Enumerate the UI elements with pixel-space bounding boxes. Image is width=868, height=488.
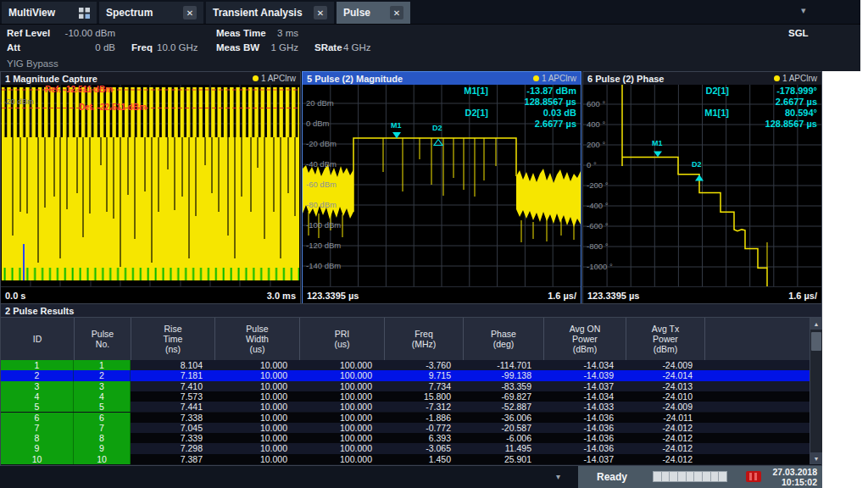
table-title[interactable]: 2 Pulse Results: [1, 304, 821, 318]
tab-overflow-caret-icon[interactable]: ▾: [801, 5, 806, 16]
table-cell: 7: [74, 423, 131, 433]
table-row[interactable]: 887.33910.000100.0006.393-6.006-14.036-2…: [1, 433, 810, 443]
pulse-results-window: 2 Pulse Results IDPulseNo.RiseTime(ns)Pu…: [0, 303, 822, 466]
tab-multiview[interactable]: MultiView: [2, 2, 97, 24]
table-row[interactable]: 337.41010.000100.0007.734-83.359-14.037-…: [1, 381, 810, 391]
marker-m1-label[interactable]: M1: [391, 121, 402, 130]
table-row[interactable]: 667.33810.000100.000-1.886-36.006-14.036…: [1, 413, 810, 423]
pulse-phase-plot[interactable]: 600 °400 °200 °0 °-200 °-400 °-600 °-800…: [583, 85, 821, 286]
table-cell: 7.573: [131, 391, 214, 402]
window-pulse-phase-titlebar[interactable]: 6 Pulse (2) Phase 1 APClrw: [583, 72, 821, 85]
table-row[interactable]: 777.04510.000100.000-0.772-20.587-14.036…: [1, 423, 810, 433]
table-cell: -14.033: [543, 402, 626, 412]
status-dropdown-caret-icon[interactable]: ▾: [556, 472, 560, 481]
table-cell: 6: [74, 413, 131, 423]
magnitude-capture-plot[interactable]: Ref. -12.511 dBm Det. -22.511 dBm -20 dB…: [1, 85, 300, 286]
table-scrollbar[interactable]: ▲ ▼: [810, 318, 822, 464]
table-cell: -24.011: [626, 413, 704, 423]
table-row[interactable]: 997.29810.000100.000-3.06511.495-14.036-…: [1, 443, 810, 453]
table-cell: -24.013: [626, 381, 704, 391]
table-cell: 100.000: [299, 433, 384, 443]
table-cell: 10: [74, 454, 131, 464]
table-cell: 100.000: [299, 443, 384, 453]
freq-value[interactable]: 10.0 GHz: [157, 42, 198, 53]
table-body: 118.10410.000100.000-3.760-114.701-14.03…: [1, 360, 810, 464]
att-value[interactable]: 0 dB: [51, 42, 115, 53]
table-row[interactable]: 447.57310.000100.00015.800-69.827-14.034…: [1, 391, 810, 402]
table-cell: 7.441: [131, 402, 214, 412]
trace-tag: 1 APClrw: [253, 74, 296, 83]
tab-pulse[interactable]: Pulse ✕: [337, 2, 410, 24]
close-icon[interactable]: ✕: [183, 6, 197, 19]
table-cell: 7.734: [384, 381, 463, 391]
table-cell: -24.012: [626, 433, 704, 443]
tab-bar: MultiView Spectrum ✕ Transient Analysis …: [0, 0, 860, 24]
instrument-screen: MultiView Spectrum ✕ Transient Analysis …: [0, 0, 868, 488]
multiview-grid-icon: [79, 8, 90, 19]
marker-readout: M1[1]-13.87 dBm 128.8567 µs D2[1]0.03 dB…: [456, 86, 576, 130]
table-row[interactable]: 10107.38710.000100.0001.45025.901-14.037…: [1, 454, 810, 464]
ref-level-label: Ref Level: [7, 28, 50, 38]
table-row[interactable]: 118.10410.000100.000-3.760-114.701-14.03…: [1, 360, 810, 370]
marker-d2-label[interactable]: D2: [432, 124, 442, 132]
table-cell: 2: [74, 370, 131, 380]
trace-label: 1 APClrw: [542, 74, 576, 83]
meas-time-value[interactable]: 3 ms: [250, 28, 298, 38]
x-axis-scale: 1.6 µs/: [788, 291, 817, 301]
marker-name: D2[1]: [697, 86, 729, 97]
freq-label: Freq: [131, 42, 153, 53]
table-row[interactable]: 557.44110.000100.000-7.312-52.887-14.033…: [1, 402, 810, 412]
scrollbar-thumb[interactable]: [811, 332, 821, 351]
tab-multiview-label: MultiView: [8, 7, 55, 19]
table-cell: -36.006: [463, 413, 543, 423]
table-cell: -14.034: [543, 360, 626, 370]
table-cell: 100.000: [299, 360, 384, 370]
table-cell: 100.000: [299, 381, 384, 391]
table-cell: 5: [74, 402, 131, 412]
table-cell: -20.587: [463, 423, 543, 433]
att-label: Att: [7, 42, 20, 53]
channel-bar: Ref Level -10.00 dBm Meas Time 3 ms SGL …: [0, 24, 860, 71]
marker-value: 128.8567 µs: [743, 119, 817, 130]
pulse-magnitude-plot[interactable]: 20 dBm0 dBm-20 dBm-40 dBm-60 dBm-80 dBm-…: [303, 85, 581, 286]
window-title: 6 Pulse (2) Phase: [587, 74, 665, 84]
table-cell: 5: [1, 402, 74, 412]
table-cell: -14.034: [543, 391, 626, 402]
table-cell: 7.045: [131, 423, 214, 433]
srate-value[interactable]: 4 GHz: [343, 42, 371, 53]
ref-level-value[interactable]: -10.00 dBm: [51, 28, 115, 38]
window-pulse-magnitude: 5 Pulse (2) Magnitude 1 APClrw: [302, 71, 581, 303]
marker-d2-label[interactable]: D2: [692, 160, 702, 169]
scroll-down-icon[interactable]: ▼: [810, 452, 822, 464]
tab-spectrum[interactable]: Spectrum ✕: [99, 2, 203, 24]
x-axis-bar: 123.3395 µs 1.6 µs/: [583, 286, 821, 303]
status-bar-left-panel: ▾: [0, 466, 578, 488]
status-bar: ▾ Ready 27.03.2018 10:15:02: [0, 466, 822, 488]
table-row[interactable]: 227.18110.000100.0009.715-99.138-14.039-…: [1, 370, 810, 380]
scroll-up-icon[interactable]: ▲: [810, 318, 822, 330]
marker-name: [456, 97, 488, 108]
table-cell: 7.338: [131, 413, 214, 423]
table-cell: 10.000: [214, 402, 299, 412]
table-cell: -24.012: [626, 454, 704, 464]
diagram-area: 1 Magnitude Capture 1 APClrw: [0, 71, 822, 303]
window-magnitude-capture-titlebar[interactable]: 1 Magnitude Capture 1 APClrw: [1, 72, 300, 85]
table-cell: -1.886: [384, 413, 463, 423]
close-icon[interactable]: ✕: [390, 6, 403, 19]
close-icon[interactable]: ✕: [314, 6, 327, 19]
marker-value: -13.87 dBm: [502, 86, 576, 97]
table-cell: 7.410: [131, 381, 214, 391]
marker-value: 2.6677 µs: [502, 119, 576, 130]
meas-bw-value[interactable]: 1 GHz: [250, 42, 298, 53]
table-cell: -24.009: [626, 360, 704, 370]
table-cell: -24.012: [626, 443, 704, 453]
table-cell: 100.000: [299, 402, 384, 412]
window-pulse-phase: 6 Pulse (2) Phase 1 APClrw 600 °400 °200…: [582, 71, 822, 303]
window-pulse-magnitude-titlebar[interactable]: 5 Pulse (2) Magnitude 1 APClrw: [303, 72, 581, 85]
table-cell: -99.138: [463, 370, 543, 380]
table-cell: 4: [74, 391, 131, 402]
marker-m1-label[interactable]: M1: [652, 139, 663, 147]
table-header-cell: PulseWidth(us): [214, 318, 299, 360]
table-cell: 100.000: [299, 454, 384, 464]
tab-transient-analysis[interactable]: Transient Analysis ✕: [206, 2, 334, 24]
